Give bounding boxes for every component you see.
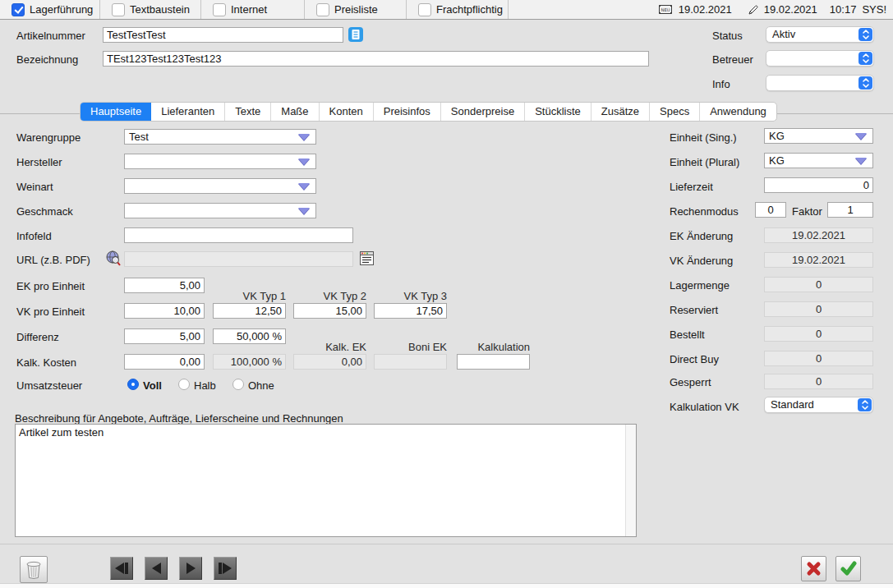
dropdown-arrow-icon <box>298 183 310 190</box>
tab-masse[interactable]: Maße <box>271 103 319 121</box>
kalkulation-vk-value: Standard <box>771 398 814 411</box>
vk-typ3-input[interactable] <box>374 303 447 319</box>
dropdown-arrow-icon <box>298 158 310 165</box>
delete-record-button[interactable] <box>20 556 48 583</box>
beschreibung-textarea[interactable]: Artikel zum testen <box>16 425 627 536</box>
globe-magnifier-icon[interactable] <box>105 250 122 267</box>
window-list-icon[interactable] <box>360 251 374 265</box>
faktor-input[interactable] <box>827 202 873 218</box>
checkbox-unchecked-icon[interactable] <box>316 3 329 16</box>
radio-ohne-label[interactable]: Ohne <box>248 379 274 392</box>
tab-anwendung[interactable]: Anwendung <box>700 103 776 121</box>
kalkulation-input[interactable] <box>457 354 530 370</box>
cancel-button[interactable] <box>801 556 826 581</box>
vk-typ2-header: VK Typ 2 <box>284 290 366 302</box>
artikelnummer-label: Artikelnummer <box>16 30 85 42</box>
warengruppe-value: Test <box>129 131 149 143</box>
differenz-label: Differenz <box>16 331 59 343</box>
tab-sonderpreise[interactable]: Sonderpreise <box>441 103 525 121</box>
lieferzeit-input[interactable] <box>764 177 873 193</box>
bezeichnung-input[interactable] <box>103 51 649 67</box>
radio-halb-label[interactable]: Halb <box>194 379 216 392</box>
betreuer-popup[interactable] <box>766 50 874 67</box>
weinart-combo[interactable] <box>124 178 316 194</box>
tab-specs[interactable]: Specs <box>650 103 700 121</box>
einheit-sing-combo[interactable]: KG <box>764 128 873 144</box>
kalk-kosten-percent-field: 100,000 % <box>213 354 286 370</box>
checkbox-label: Preisliste <box>334 3 378 16</box>
checkbox-preisliste[interactable]: Preisliste <box>305 0 407 19</box>
differenz-input[interactable] <box>124 328 205 344</box>
vk-typ2-input[interactable] <box>293 303 366 319</box>
bestellt-field: 0 <box>764 326 873 342</box>
infofeld-input[interactable] <box>124 227 353 243</box>
first-record-button[interactable] <box>110 557 133 580</box>
user-code: SYS! <box>862 3 886 16</box>
checkbox-lagerfuehrung[interactable]: Lagerführung <box>0 0 100 19</box>
artikelnummer-input[interactable] <box>103 27 343 43</box>
page-tabs: Hauptseite Lieferanten Texte Maße Konten… <box>80 102 777 122</box>
dropdown-arrow-icon <box>298 208 310 214</box>
radio-ohne[interactable] <box>232 379 244 390</box>
differenz-percent-input[interactable] <box>213 328 286 344</box>
checkbox-frachtpflichtig[interactable]: Frachtpflichtig <box>407 0 509 19</box>
scrollbar-track[interactable] <box>625 425 636 536</box>
warengruppe-combo[interactable]: Test <box>124 129 316 145</box>
vk-typ3-header: VK Typ 3 <box>365 290 447 302</box>
beschreibung-box: Artikel zum testen <box>15 424 637 537</box>
kalkulation-header: Kalkulation <box>448 341 530 353</box>
tab-preisinfos[interactable]: Preisinfos <box>374 103 441 121</box>
rechenmodus-input[interactable] <box>755 202 786 218</box>
next-record-button[interactable] <box>179 557 202 580</box>
dropdown-arrow-icon <box>298 134 310 140</box>
hersteller-combo[interactable] <box>124 154 316 169</box>
vk-typ1-header: VK Typ 1 <box>204 290 286 302</box>
kalkulation-vk-label: Kalkulation VK <box>670 401 739 413</box>
gesperrt-field: 0 <box>764 374 873 389</box>
confirm-button[interactable] <box>835 556 861 581</box>
checkbox-unchecked-icon[interactable] <box>418 3 431 16</box>
info-label: Info <box>712 78 730 90</box>
radio-voll-label[interactable]: Voll <box>143 379 162 392</box>
green-check-icon <box>840 561 857 577</box>
lieferzeit-label: Lieferzeit <box>670 181 713 193</box>
chevron-up-down-icon <box>858 398 872 411</box>
tab-lieferanten[interactable]: Lieferanten <box>151 103 225 121</box>
checkbox-internet[interactable]: Internet <box>201 0 305 19</box>
tab-stueckliste[interactable]: Stückliste <box>525 103 591 121</box>
vk-pro-einheit-input[interactable] <box>124 303 205 319</box>
status-value: Aktiv <box>772 28 795 40</box>
checkbox-checked-icon[interactable] <box>12 3 25 16</box>
betreuer-label: Betreuer <box>712 53 753 66</box>
previous-record-button[interactable] <box>145 557 168 580</box>
record-time: 10:17 <box>830 3 857 16</box>
ek-pro-einheit-input[interactable] <box>124 278 205 293</box>
vk-typ1-input[interactable] <box>213 303 286 319</box>
tab-hauptseite[interactable]: Hauptseite <box>81 103 151 121</box>
checkbox-textbaustein[interactable]: Textbaustein <box>100 0 201 19</box>
einheit-plural-combo[interactable]: KG <box>764 153 873 168</box>
radio-voll[interactable] <box>127 379 139 390</box>
tab-zusaetze[interactable]: Zusätze <box>591 103 650 121</box>
kalk-kosten-input[interactable] <box>124 354 205 370</box>
direct-buy-label: Direct Buy <box>670 353 719 365</box>
record-dates: NEU 19.02.2021 19.02.2021 10:17 SYS! <box>658 0 886 19</box>
checkbox-label: Textbaustein <box>130 3 190 16</box>
tab-konten[interactable]: Konten <box>320 103 374 121</box>
radio-halb[interactable] <box>178 379 190 390</box>
tab-texte[interactable]: Texte <box>225 103 271 121</box>
arrow-right-icon <box>186 563 196 574</box>
checkbox-unchecked-icon[interactable] <box>112 3 125 16</box>
info-popup[interactable] <box>766 75 874 91</box>
status-label: Status <box>712 30 743 42</box>
kalkulation-vk-popup[interactable]: Standard <box>764 397 873 413</box>
infofeld-label: Infofeld <box>16 230 52 242</box>
last-record-button[interactable] <box>214 557 237 580</box>
arrow-left-icon <box>152 563 161 574</box>
boni-ek-field <box>374 354 447 370</box>
checkbox-unchecked-icon[interactable] <box>213 3 226 16</box>
direct-buy-field: 0 <box>764 351 873 366</box>
status-popup[interactable]: Aktiv <box>766 26 874 43</box>
geschmack-combo[interactable] <box>124 203 316 218</box>
blue-list-icon[interactable] <box>348 27 363 42</box>
